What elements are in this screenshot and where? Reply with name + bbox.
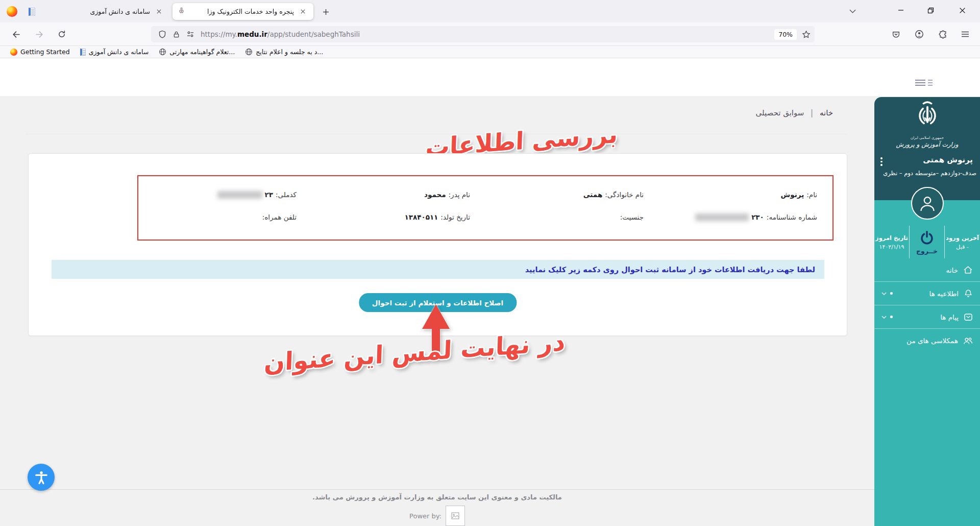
url-text: https://my.medu.ir/app/student/sabeghTah… (201, 30, 774, 38)
shield-icon[interactable] (158, 30, 166, 38)
arrow-head (422, 304, 450, 329)
user-name: پرنوش همتی (923, 155, 973, 164)
people-icon (963, 337, 973, 345)
badge-dot (890, 292, 893, 295)
chevron-down-icon[interactable] (881, 292, 887, 295)
redacted-value (695, 213, 749, 221)
civil-registry-notice: لطفا جهت دریافت اطلاعات خود از سامانه ثب… (52, 260, 824, 279)
close-window-button[interactable] (950, 0, 974, 20)
globe-icon (245, 48, 253, 56)
power-icon[interactable] (919, 230, 935, 245)
field-birth-date: تاریخ تولد: ۱۳۸۴۰۵۱۱ (312, 213, 485, 221)
new-tab-button[interactable] (320, 6, 332, 18)
logout-button[interactable]: خــروج (916, 247, 938, 255)
browser-window: سامانه ی دانش آموزی پنجره واحد خدمات الک… (0, 0, 980, 526)
bookmark-getting-started[interactable]: Getting Started (6, 47, 74, 57)
page-header-band (0, 58, 980, 96)
badge-dot (890, 316, 893, 318)
globe-icon (159, 48, 166, 56)
chevron-down-icon[interactable] (881, 316, 887, 319)
field-national-id: کدملی: ۲۳ (138, 190, 312, 199)
last-login-block: آخرین ورود - قبل (945, 226, 980, 258)
bookmarks-bar: Getting Started سامانه ی دانش آموزی ...ت… (0, 46, 980, 58)
tab-title: پنجره واحد خدمات الکترونیک وزا (189, 8, 294, 15)
field-first-name: نام: پرنوش (659, 190, 832, 199)
navigation-toolbar: https://my.medu.ir/app/student/sabeghTah… (0, 22, 980, 46)
logout-block: خــروج (910, 226, 945, 258)
powered-by: Power by: (0, 506, 874, 526)
sidebar-header: جمهوری اسلامی ایران وزارت آموزش و پرورش … (874, 97, 980, 200)
reload-icon[interactable] (54, 27, 69, 42)
account-icon[interactable] (912, 27, 927, 41)
tab-title: سامانه ی دانش آموزی (39, 8, 150, 15)
back-icon[interactable] (8, 27, 23, 42)
org-line-1: جمهوری اسلامی ایران (874, 136, 980, 140)
org-line-2: وزارت آموزش و پرورش (874, 141, 980, 148)
bookmark-exam-results[interactable]: ...د به جلسه و اعلام نتایج (241, 47, 327, 57)
lock-icon[interactable] (173, 31, 180, 38)
sidebar-menu: خانه اطلاعیه ها پیام ها (874, 258, 980, 352)
login-info-row: آخرین ورود - قبل خــروج تاریخ امروز ۱۴۰۲… (874, 226, 980, 258)
document-icon (29, 8, 35, 16)
tab-list-chevron-icon[interactable] (845, 4, 860, 18)
kebab-menu-icon[interactable] (879, 157, 887, 168)
restore-window-button[interactable] (919, 0, 942, 20)
tab-student-system[interactable]: سامانه ی دانش آموزی (23, 3, 169, 20)
home-icon (963, 266, 973, 274)
tab-strip: سامانه ی دانش آموزی پنجره واحد خدمات الک… (0, 0, 980, 22)
mail-icon (964, 313, 973, 322)
toggle-lines-short (928, 80, 933, 87)
annotation-red-rectangle: نام: پرنوش نام خانوادگی: همتی نام پدر: م… (137, 175, 834, 241)
firefox-logo-icon[interactable] (7, 6, 17, 17)
sidebar-toggle-icon[interactable] (915, 80, 933, 87)
bookmark-student-system[interactable]: سامانه ی دانش آموزی (76, 47, 153, 57)
tab-medu-portal[interactable]: پنجره واحد خدمات الکترونیک وزا (173, 3, 313, 20)
firefox-icon (10, 49, 17, 56)
sidebar-item-announcements[interactable]: اطلاعیه ها (874, 282, 980, 305)
document-icon (80, 49, 86, 56)
zoom-level-badge[interactable]: 70% (774, 29, 797, 40)
person-icon (917, 193, 938, 213)
sidebar: جمهوری اسلامی ایران وزارت آموزش و پرورش … (874, 97, 980, 526)
redacted-value (217, 191, 262, 199)
accessibility-button[interactable] (28, 464, 55, 491)
ministry-emblem-icon (912, 101, 943, 134)
pocket-icon[interactable] (888, 27, 903, 41)
expand-controls (881, 292, 893, 295)
minimize-button[interactable] (889, 0, 913, 20)
breadcrumb-current: سوابق تحصیلی (756, 108, 804, 117)
field-last-name: نام خانوادگی: همتی (485, 190, 659, 199)
bookmark-certificate-inquiry[interactable]: ...تعلام گواهینامه مهارتی (155, 47, 239, 57)
tab-close-icon[interactable] (297, 6, 308, 17)
tab-close-icon[interactable] (153, 6, 164, 17)
today-date-block: تاریخ امروز ۱۴۰۲/۱/۱۹ (874, 226, 910, 258)
avatar[interactable] (911, 187, 944, 220)
field-birth-cert-number: شماره شناسنامه: ۲۳۰ (659, 213, 832, 221)
footer-copyright: مالکیت مادی و معنوی این سایت متعلق به وز… (0, 493, 874, 501)
accessibility-person-icon (34, 470, 49, 485)
breadcrumb-separator: | (811, 108, 813, 117)
extensions-puzzle-icon[interactable] (935, 27, 950, 41)
bell-icon (964, 289, 973, 298)
footer-divider (0, 489, 874, 490)
url-address-bar[interactable]: https://my.medu.ir/app/student/sabeghTah… (151, 26, 815, 42)
bookmark-star-icon[interactable] (802, 30, 811, 39)
forward-icon[interactable] (32, 27, 47, 42)
sidebar-item-messages[interactable]: پیام ها (874, 305, 980, 329)
user-grade: صدف-دوازدهم –متوسطه دوم – نظری (883, 170, 976, 177)
powered-by-label: Power by: (409, 512, 442, 520)
ministry-emblem-icon (178, 8, 185, 16)
permissions-icon[interactable] (186, 30, 194, 38)
broken-image-icon (446, 506, 465, 526)
field-mobile-phone: تلفن همراه: (138, 213, 312, 221)
expand-controls (881, 316, 893, 319)
field-gender: جنسیت: (485, 213, 659, 221)
sidebar-item-home[interactable]: خانه (874, 258, 980, 282)
toggle-lines-long (915, 80, 925, 87)
menu-hamburger-icon[interactable] (958, 27, 973, 41)
breadcrumb: خانه | سوابق تحصیلی (756, 108, 834, 117)
sidebar-item-classmates[interactable]: همکلاسی های من (874, 329, 980, 352)
field-father-name: نام پدر: محمود (312, 190, 485, 199)
breadcrumb-home-link[interactable]: خانه (820, 108, 833, 117)
